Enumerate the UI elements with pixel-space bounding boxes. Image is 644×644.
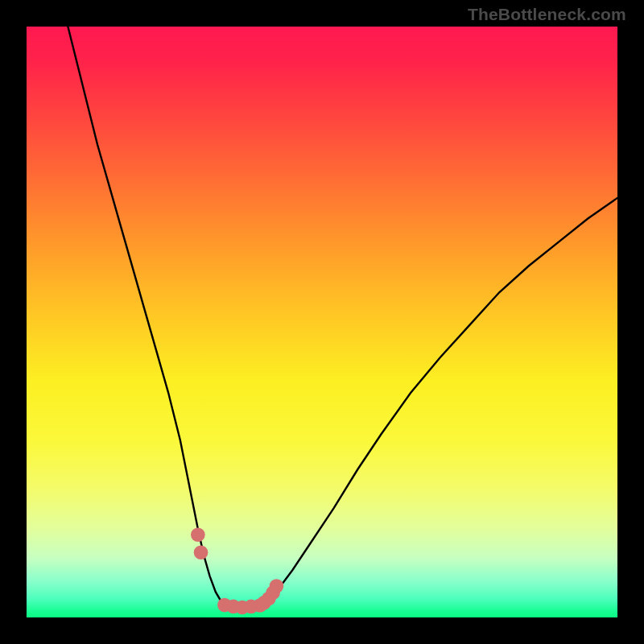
highlight-markers: [191, 527, 283, 614]
chart-overlay: [27, 27, 617, 617]
bottleneck-curve: [68, 27, 617, 608]
chart-frame: TheBottleneck.com: [0, 0, 644, 644]
highlight-dot: [191, 527, 205, 542]
highlight-dot: [270, 579, 284, 593]
highlight-dot: [194, 545, 208, 559]
curve-path: [68, 27, 617, 608]
attribution-label: TheBottleneck.com: [468, 5, 626, 24]
